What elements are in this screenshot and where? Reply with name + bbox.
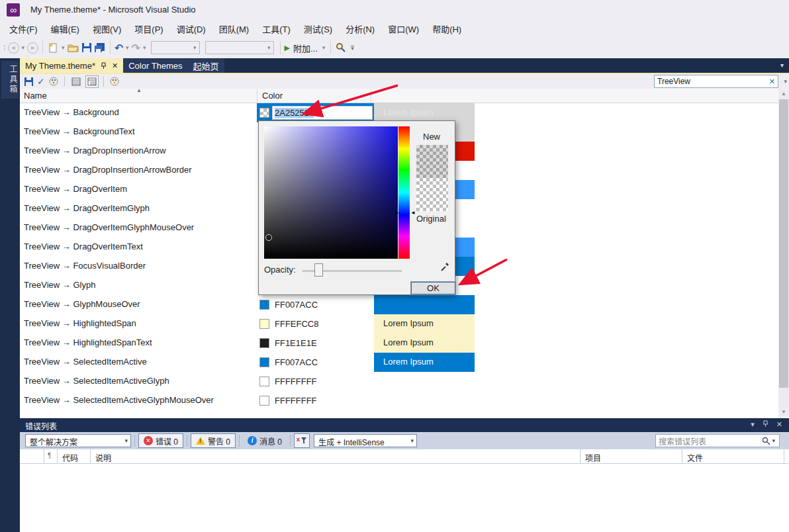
menu-project[interactable]: 项目(P): [128, 20, 169, 38]
eyedropper-icon[interactable]: [440, 261, 451, 274]
table-row[interactable]: TreeView → GlyphMouseOverFF007ACC: [20, 295, 778, 314]
close-icon[interactable]: ✕: [112, 62, 118, 70]
scroll-up-icon[interactable]: ▲: [778, 89, 789, 99]
menu-bar: 文件(F) 编辑(E) 视图(V) 项目(P) 调试(D) 团队(M) 工具(T…: [0, 20, 789, 37]
error-search-box[interactable]: 搜索错误列表 ▾: [655, 434, 780, 447]
ok-button[interactable]: OK: [411, 282, 455, 294]
table-row[interactable]: TreeView → HighlightedSpanFFFEFCC8Lorem …: [20, 314, 778, 333]
table-row[interactable]: TreeView → SelectedItemActiveGlyphMouseO…: [20, 391, 778, 410]
navigate-back-caret-icon[interactable]: ▾: [21, 44, 26, 51]
open-folder-icon[interactable]: [68, 42, 79, 54]
menu-view[interactable]: 视图(V): [86, 20, 128, 38]
auto-hide-pin-icon[interactable]: [763, 420, 768, 429]
config-dropdown[interactable]: ▾: [151, 41, 200, 54]
color-value-input[interactable]: 2A252526: [272, 106, 373, 120]
menu-edit[interactable]: 编辑(E): [44, 20, 86, 38]
scrollbar-thumb[interactable]: [779, 99, 788, 388]
new-file-icon[interactable]: [47, 42, 59, 54]
menu-help[interactable]: 帮助(H): [426, 20, 468, 38]
warnings-filter-button[interactable]: ! 警告 0: [191, 433, 236, 448]
menu-window[interactable]: 窗口(W): [381, 20, 426, 38]
column-header-project[interactable]: 项目: [585, 452, 601, 463]
row-color-cell[interactable]: FFFEFCC8: [257, 314, 375, 333]
error-list-content: [20, 464, 789, 532]
column-header-color[interactable]: Color: [262, 91, 283, 101]
row-name: TreeView → GlyphMouseOver: [20, 295, 257, 314]
multi-filter-icon[interactable]: x: [294, 433, 310, 448]
opacity-slider-thumb[interactable]: [314, 263, 323, 277]
menu-file[interactable]: 文件(F): [3, 20, 44, 38]
row-preview: [374, 372, 475, 391]
column-header-file[interactable]: 文件: [687, 452, 703, 463]
search-caret-icon[interactable]: ▾: [770, 437, 776, 444]
color-cursor-icon[interactable]: [265, 234, 272, 241]
hue-slider-left-arrow-icon[interactable]: ►: [394, 210, 400, 216]
redo-caret-icon[interactable]: ▾: [142, 44, 148, 51]
close-icon[interactable]: ✕: [776, 420, 782, 429]
search-input[interactable]: TreeView: [657, 77, 769, 86]
column-header-name[interactable]: Name: [24, 91, 47, 101]
save-icon[interactable]: [81, 42, 93, 54]
find-in-files-icon[interactable]: [335, 42, 347, 54]
row-color-cell[interactable]: FF1E1E1E: [257, 333, 375, 353]
menu-debug[interactable]: 调试(D): [170, 20, 212, 38]
saturation-value-square[interactable]: [264, 126, 398, 259]
flat-list-view-icon[interactable]: [70, 75, 83, 88]
clear-search-icon[interactable]: ✕: [769, 77, 775, 86]
column-header-code[interactable]: 代码: [62, 452, 78, 463]
errors-filter-button[interactable]: ✕ 错误 0: [138, 433, 183, 448]
row-color-cell[interactable]: FFFFFFFF: [257, 372, 375, 391]
toolbar-overflow-icon[interactable]: ▾: [351, 46, 354, 50]
table-row[interactable]: TreeView → Background2A252526Lorem Ipsum: [20, 103, 778, 122]
column-splitter[interactable]: [371, 89, 371, 103]
new-file-caret-icon[interactable]: ▾: [60, 44, 66, 51]
table-row[interactable]: TreeView → SelectedItemActiveFF007ACCLor…: [20, 353, 778, 372]
tree-list-view-icon[interactable]: [85, 75, 99, 88]
column-splitter[interactable]: [257, 89, 257, 103]
tab-color-themes[interactable]: Color Themes: [123, 58, 187, 73]
undo-caret-icon[interactable]: ▾: [124, 44, 130, 51]
sidebar-item-toolbox[interactable]: 工具箱: [1, 61, 19, 99]
save-all-icon[interactable]: [94, 42, 106, 54]
attach-caret-icon[interactable]: ▾: [321, 44, 327, 51]
tab-start-page[interactable]: 起始页: [188, 58, 224, 73]
scope-dropdown[interactable]: 整个解决方案 ▾: [25, 434, 131, 447]
table-row[interactable]: TreeView → SelectedItemActiveGlyphFFFFFF…: [20, 372, 778, 391]
search-options-caret-icon[interactable]: ▾: [784, 78, 787, 85]
scroll-down-icon[interactable]: ▼: [778, 407, 789, 417]
error-list-title-bar[interactable]: 错误列表 ▾ ✕: [20, 418, 789, 432]
redo-icon[interactable]: ↷: [132, 42, 140, 54]
table-row[interactable]: TreeView → HighlightedSpanTextFF1E1E1ELo…: [20, 333, 778, 353]
menu-analyze[interactable]: 分析(N): [339, 20, 381, 38]
hue-slider-right-arrow-icon[interactable]: ◄: [410, 210, 416, 216]
row-color-cell[interactable]: FF007ACC: [257, 295, 375, 314]
theme-palette-refresh-icon[interactable]: [48, 75, 60, 87]
column-header-description[interactable]: 说明: [95, 452, 111, 463]
menu-team[interactable]: 团队(M): [212, 20, 256, 38]
navigate-back-icon[interactable]: ◄: [8, 42, 19, 54]
navigate-forward-icon[interactable]: ►: [27, 42, 38, 54]
row-color-cell[interactable]: FF007ACC: [257, 353, 375, 372]
messages-filter-button[interactable]: i 消息 0: [243, 433, 287, 448]
hue-slider[interactable]: [398, 126, 410, 259]
save-theme-icon[interactable]: [23, 75, 34, 87]
platform-dropdown[interactable]: ▾: [205, 41, 274, 54]
source-filter-dropdown[interactable]: 生成 + IntelliSense ▾: [314, 434, 417, 447]
attach-button[interactable]: 附加...: [293, 42, 318, 54]
pin-icon[interactable]: [101, 61, 107, 71]
theme-search-box[interactable]: TreeView ✕: [654, 75, 778, 88]
undo-icon[interactable]: ↶: [115, 42, 123, 54]
edit-theme-palette-icon[interactable]: [109, 75, 120, 87]
row-color-cell[interactable]: 2A252526: [257, 103, 375, 122]
tab-label: 起始页: [193, 60, 219, 72]
window-position-chevron-icon[interactable]: ▾: [751, 420, 755, 429]
tab-list-chevron-icon[interactable]: ▾: [780, 62, 784, 69]
menu-test[interactable]: 测试(S): [297, 20, 339, 38]
menu-tools[interactable]: 工具(T): [255, 20, 297, 38]
toolbar-grip[interactable]: ⁞⁞: [3, 44, 5, 52]
apply-check-icon[interactable]: ✓: [37, 76, 45, 87]
tab-my-theme[interactable]: My Theme.theme* ✕: [20, 58, 123, 73]
editor-scrollbar[interactable]: ▲ ▼: [778, 89, 789, 417]
attach-play-icon[interactable]: ▶: [285, 44, 290, 52]
row-color-cell[interactable]: FFFFFFFF: [257, 391, 375, 410]
